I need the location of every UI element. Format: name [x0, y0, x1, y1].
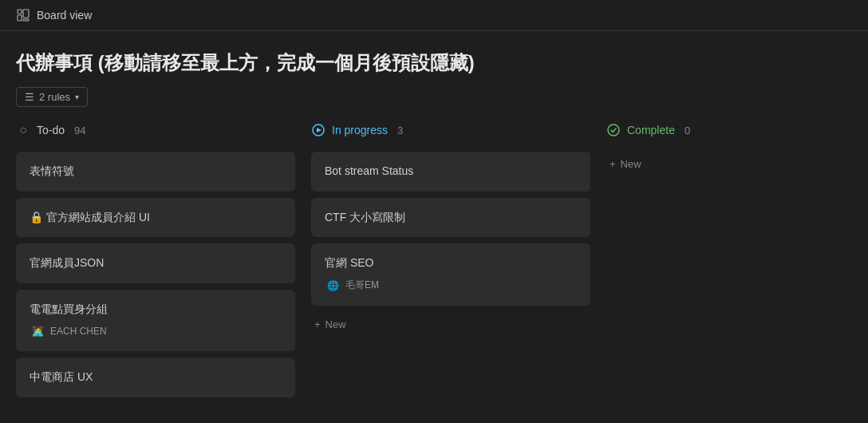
- svg-marker-5: [317, 128, 322, 132]
- card-c4[interactable]: 電電點買身分組 🧑‍💻 EACH CHEN: [16, 290, 295, 352]
- column-header-inprogress: In progress 3: [311, 117, 590, 144]
- inprogress-column-count: 3: [397, 125, 403, 136]
- todo-status-icon: ○: [16, 123, 30, 137]
- card-c8[interactable]: 官網 SEO 🌐 毛哥EM: [311, 243, 590, 306]
- inprogress-new-button[interactable]: + New: [311, 312, 590, 337]
- page-header: 代辦事項 (移動請移至最上方，完成一個月後預設隱藏) ☰ 2 rules ▾: [0, 31, 868, 117]
- complete-new-button[interactable]: + New: [606, 152, 868, 176]
- svg-rect-2: [23, 10, 29, 18]
- chevron-down-icon: ▾: [75, 93, 79, 101]
- rules-button[interactable]: ☰ 2 rules ▾: [16, 87, 88, 107]
- complete-column-title: Complete: [627, 124, 675, 136]
- complete-status-icon: [606, 123, 621, 137]
- card-c8-title: 官網 SEO: [325, 255, 577, 271]
- card-c2[interactable]: 🔒官方網站成員介紹 UI: [16, 198, 295, 238]
- card-c6[interactable]: Bot stream Status: [311, 152, 590, 192]
- board-view-label: Board view: [37, 9, 92, 22]
- svg-point-6: [608, 125, 619, 136]
- card-c3[interactable]: 官網成員JSON: [16, 243, 295, 283]
- card-c2-title: 🔒官方網站成員介紹 UI: [30, 210, 282, 226]
- column-header-todo: ○ To-do 94: [16, 117, 295, 144]
- card-c1-title: 表情符號: [30, 164, 282, 180]
- board-columns: ○ To-do 94 表情符號 🔒官方網站成員介紹 UI 官網成員JSON 電電…: [0, 117, 868, 404]
- inprogress-column-title: In progress: [332, 124, 388, 136]
- assignee-name-each-chen: EACH CHEN: [50, 326, 107, 337]
- column-complete: Complete 0 + New: [606, 117, 868, 404]
- new-label-complete: New: [621, 158, 641, 170]
- column-todo: ○ To-do 94 表情符號 🔒官方網站成員介紹 UI 官網成員JSON 電電…: [16, 117, 295, 404]
- top-bar: Board view: [0, 0, 868, 31]
- avatar-each-chen: 🧑‍💻: [30, 323, 45, 339]
- avatar-maoge: 🌐: [325, 278, 341, 294]
- page-title: 代辦事項 (移動請移至最上方，完成一個月後預設隱藏): [16, 50, 852, 76]
- card-c1[interactable]: 表情符號: [16, 152, 295, 192]
- plus-icon-inprogress: +: [314, 318, 321, 330]
- column-inprogress: In progress 3 Bot stream Status CTF 大小寫限…: [311, 117, 590, 404]
- card-c5-title: 中電商店 UX: [30, 370, 282, 385]
- svg-rect-1: [18, 15, 22, 21]
- card-c7[interactable]: CTF 大小寫限制: [311, 198, 590, 238]
- card-c4-title: 電電點買身分組: [30, 302, 282, 318]
- lock-icon: 🔒: [30, 211, 43, 223]
- svg-rect-3: [23, 19, 29, 21]
- card-c4-assignee: 🧑‍💻 EACH CHEN: [30, 323, 282, 339]
- todo-column-count: 94: [74, 125, 85, 136]
- card-c8-assignee: 🌐 毛哥EM: [325, 278, 577, 294]
- board-view-icon: [16, 8, 30, 22]
- inprogress-status-icon: [311, 123, 326, 137]
- svg-rect-0: [18, 10, 22, 14]
- todo-column-title: To-do: [37, 124, 65, 136]
- complete-column-count: 0: [685, 125, 690, 136]
- card-c6-title: Bot stream Status: [325, 164, 577, 180]
- rules-label: 2 rules: [39, 91, 70, 103]
- column-header-complete: Complete 0: [606, 117, 868, 144]
- assignee-name-maoge: 毛哥EM: [345, 279, 379, 292]
- plus-icon-complete: +: [610, 158, 616, 170]
- filter-icon: ☰: [25, 91, 34, 103]
- card-c3-title: 官網成員JSON: [30, 255, 282, 271]
- card-c7-title: CTF 大小寫限制: [325, 210, 577, 226]
- new-label-inprogress: New: [326, 318, 346, 330]
- card-c5[interactable]: 中電商店 UX: [16, 358, 295, 397]
